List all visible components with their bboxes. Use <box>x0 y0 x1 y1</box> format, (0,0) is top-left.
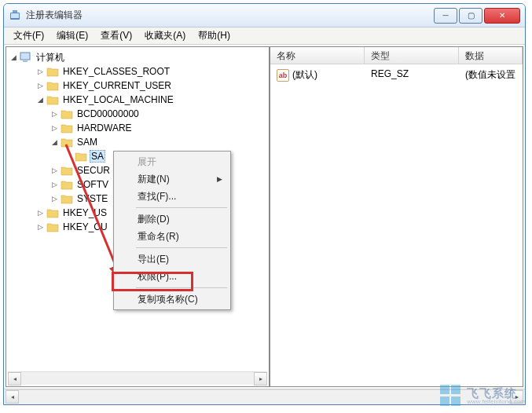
value-name: (默认) <box>292 69 317 80</box>
value-name-cell: ab(默认) <box>270 67 365 83</box>
twisty-icon[interactable]: ▷ <box>36 209 45 217</box>
titlebar[interactable]: 注册表编辑器 ─ ▢ ✕ <box>4 4 525 27</box>
col-header-name[interactable]: 名称 <box>270 47 365 64</box>
folder-icon <box>61 165 73 176</box>
menubar: 文件(F) 编辑(E) 查看(V) 收藏夹(A) 帮助(H) <box>4 27 525 45</box>
scroll-left-button[interactable]: ◂ <box>8 372 21 386</box>
menu-favorites[interactable]: 收藏夹(A) <box>138 27 192 44</box>
tree-label: 计算机 <box>35 51 66 64</box>
scroll-right-button[interactable]: ▸ <box>254 372 267 386</box>
folder-icon <box>61 193 73 204</box>
tree-label: HKEY_CLASSES_ROOT <box>61 66 171 77</box>
twisty-icon[interactable]: ▷ <box>50 195 59 203</box>
cm-separator <box>136 247 227 248</box>
folder-icon <box>46 80 59 91</box>
value-data-cell: (数值未设置 <box>459 67 523 83</box>
tree-label: SECUR <box>75 165 112 176</box>
maximize-button[interactable]: ▢ <box>459 8 482 24</box>
scroll-track[interactable] <box>21 372 254 385</box>
tree-label: SA <box>90 150 105 163</box>
scroll-left-button[interactable]: ◂ <box>6 390 19 404</box>
window-title: 注册表编辑器 <box>26 9 434 22</box>
folder-icon <box>46 66 59 77</box>
twisty-icon[interactable] <box>64 152 73 161</box>
tree-node[interactable]: ▷BCD00000000 <box>8 107 267 121</box>
svg-rect-1 <box>11 13 19 18</box>
menu-view[interactable]: 查看(V) <box>94 27 138 44</box>
tree-root[interactable]: ◢ 计算机 <box>8 50 267 64</box>
cm-expand: 展开 <box>116 153 229 170</box>
tree-node[interactable]: ▷HARDWARE <box>8 121 267 135</box>
menu-file[interactable]: 文件(F) <box>7 27 50 44</box>
twisty-icon[interactable]: ◢ <box>50 138 59 147</box>
tree-label: HARDWARE <box>75 122 134 133</box>
twisty-icon[interactable]: ▷ <box>36 223 45 232</box>
list-row[interactable]: ab(默认) REG_SZ (数值未设置 <box>270 64 523 86</box>
twisty-icon[interactable]: ▷ <box>36 82 45 90</box>
twisty-icon[interactable]: ◢ <box>36 96 45 104</box>
tree-label: HKEY_CU <box>61 221 109 232</box>
computer-icon <box>20 52 32 63</box>
folder-icon <box>46 221 59 232</box>
tree-label: SYSTE <box>75 193 109 204</box>
cm-separator <box>136 207 227 208</box>
cm-rename[interactable]: 重命名(R) <box>116 228 229 245</box>
context-menu: 展开 新建(N)▶ 查找(F)... 删除(D) 重命名(R) 导出(E) 权限… <box>113 151 231 310</box>
app-icon <box>9 9 21 22</box>
cm-separator <box>136 287 227 288</box>
list-header: 名称 类型 数据 <box>270 47 523 64</box>
value-type-cell: REG_SZ <box>365 67 459 83</box>
svg-rect-3 <box>20 53 30 60</box>
tree-label: SOFTV <box>75 179 110 190</box>
folder-icon <box>75 151 87 162</box>
tree-label: HKEY_US <box>61 207 108 218</box>
registry-editor-window: 注册表编辑器 ─ ▢ ✕ 文件(F) 编辑(E) 查看(V) 收藏夹(A) 帮助… <box>3 3 526 405</box>
content-area: ◢ 计算机 ▷HKEY_CLASSES_ROOT▷HKEY_CURRENT_US… <box>4 45 525 389</box>
twisty-icon[interactable]: ◢ <box>9 53 18 62</box>
cm-delete[interactable]: 删除(D) <box>116 210 229 228</box>
tree-node[interactable]: ◢HKEY_LOCAL_MACHINE <box>8 93 267 107</box>
cm-copy-key-name[interactable]: 复制项名称(C) <box>116 291 229 308</box>
folder-icon <box>61 108 73 119</box>
menu-edit[interactable]: 编辑(E) <box>50 27 94 44</box>
tree-node[interactable]: ◢SAM <box>8 135 267 149</box>
cm-new[interactable]: 新建(N)▶ <box>116 170 229 188</box>
folder-icon <box>46 94 59 105</box>
cm-permissions[interactable]: 权限(P)... <box>116 268 229 285</box>
string-value-icon: ab <box>277 69 289 82</box>
tree-node[interactable]: ▷HKEY_CLASSES_ROOT <box>8 64 267 79</box>
twisty-icon[interactable]: ▷ <box>50 110 59 119</box>
menu-help[interactable]: 帮助(H) <box>192 27 237 44</box>
twisty-icon[interactable]: ▷ <box>50 181 59 189</box>
close-button[interactable]: ✕ <box>484 8 520 24</box>
svg-rect-4 <box>23 60 28 62</box>
scroll-track[interactable] <box>19 390 510 403</box>
horizontal-scrollbar[interactable]: ◂ ▸ <box>6 389 523 403</box>
tree-label: SAM <box>75 137 99 148</box>
folder-icon <box>61 137 73 148</box>
svg-rect-2 <box>13 10 17 13</box>
twisty-icon[interactable]: ▷ <box>50 124 59 133</box>
twisty-icon[interactable]: ▷ <box>36 68 45 76</box>
window-controls: ─ ▢ ✕ <box>434 8 520 24</box>
tree-label: BCD00000000 <box>75 108 141 119</box>
tree-node[interactable]: ▷HKEY_CURRENT_USER <box>8 79 267 93</box>
values-list-panel[interactable]: 名称 类型 数据 ab(默认) REG_SZ (数值未设置 ◂ ▸ <box>270 46 523 387</box>
col-header-data[interactable]: 数据 <box>459 47 523 64</box>
minimize-button[interactable]: ─ <box>434 8 457 24</box>
folder-icon <box>61 122 73 133</box>
cm-export[interactable]: 导出(E) <box>116 250 229 268</box>
submenu-arrow-icon: ▶ <box>217 175 222 183</box>
folder-icon <box>61 179 73 190</box>
tree-label: HKEY_LOCAL_MACHINE <box>61 94 175 105</box>
cm-find[interactable]: 查找(F)... <box>116 188 229 205</box>
horizontal-scrollbar[interactable]: ◂ ▸ <box>8 371 267 385</box>
tree-label: HKEY_CURRENT_USER <box>61 80 173 91</box>
col-header-type[interactable]: 类型 <box>365 47 459 64</box>
twisty-icon[interactable]: ▷ <box>50 166 59 175</box>
scroll-right-button[interactable]: ▸ <box>510 390 523 404</box>
folder-icon <box>46 207 59 218</box>
